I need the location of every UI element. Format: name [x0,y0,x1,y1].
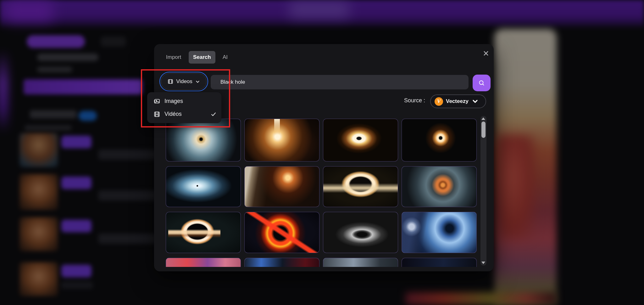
film-icon [168,79,173,84]
result-thumbnail[interactable] [244,258,319,267]
tab-ai[interactable]: AI [218,51,232,64]
result-thumbnail[interactable] [323,119,398,161]
result-thumbnail[interactable] [244,212,319,253]
images-icon [153,98,160,105]
chevron-down-icon [472,98,478,104]
menu-item-label: Images [164,98,183,104]
film-icon [153,111,160,118]
result-thumbnail[interactable] [166,119,241,161]
chevron-down-icon [195,79,200,84]
menu-item-videos[interactable]: Vidéos [147,108,221,121]
tab-search[interactable]: Search [189,51,215,64]
check-icon [211,111,216,117]
source-label: Source : [404,97,425,104]
media-type-menu: Images Vidéos [147,92,221,123]
result-thumbnail[interactable] [166,166,241,207]
result-thumbnail[interactable] [244,119,319,161]
result-thumbnail[interactable] [166,258,241,267]
media-type-label: Videos [176,78,192,85]
search-button[interactable] [473,75,491,91]
result-thumbnail[interactable] [244,166,319,207]
scroll-down-arrow-icon[interactable] [481,262,485,264]
result-thumbnail[interactable] [402,119,477,161]
result-thumbnail[interactable] [402,258,477,267]
result-thumbnail[interactable] [166,212,241,253]
result-thumbnail[interactable] [323,166,398,207]
source-selected-value: Vecteezy [446,98,469,104]
search-icon [478,80,485,87]
media-type-dropdown-button[interactable]: Videos [161,73,207,90]
results-scrollbar[interactable] [480,116,486,266]
media-search-modal: Import Search AI Videos Source : V Vecte… [154,44,494,271]
result-thumbnail[interactable] [402,212,477,253]
app-root: Import Search AI Videos Source : V Vecte… [0,0,644,305]
scrollbar-thumb[interactable] [481,121,486,138]
result-thumbnail[interactable] [323,258,398,267]
source-dropdown[interactable]: V Vecteezy [430,94,486,108]
menu-item-label: Vidéos [164,111,182,117]
result-thumbnail[interactable] [402,166,477,207]
tab-import[interactable]: Import [162,51,186,64]
close-icon[interactable] [481,48,491,58]
menu-item-images[interactable]: Images [147,95,221,108]
result-thumbnail[interactable] [323,212,398,253]
results-grid [166,119,477,267]
search-input[interactable] [211,75,469,89]
scroll-up-arrow-icon[interactable] [481,117,485,120]
vecteezy-logo-icon: V [435,97,443,106]
